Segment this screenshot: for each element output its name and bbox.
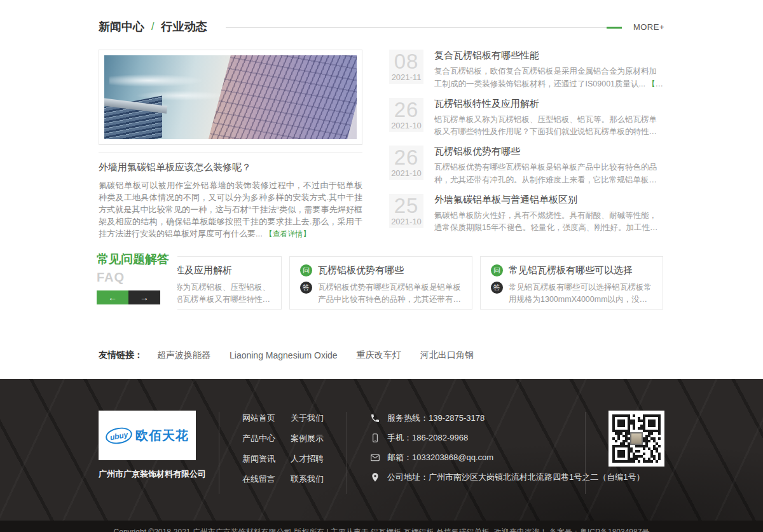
- news-excerpt-text: 铝瓦楞单板又称为瓦楞铝板、压型铝板、铝瓦等。那么铝瓦楞单板又有哪些特性及作用呢？…: [434, 115, 657, 139]
- faq-arrows: ← →: [97, 290, 177, 304]
- news-item[interactable]: 26 2021-10 瓦楞铝板特性及应用解析 铝瓦楞单板又称为瓦楞铝板、压型铝板…: [389, 98, 664, 139]
- logo-oval-text: ubuy: [109, 430, 129, 442]
- location-icon: [370, 472, 380, 482]
- header-divider-line: [226, 27, 621, 28]
- footer-nav-products[interactable]: 产品中心: [242, 433, 275, 444]
- footer-nav-news[interactable]: 新闻资讯: [242, 453, 275, 465]
- faq-answer: 瓦楞铝板优势有哪些瓦楞铝单板是铝单板产品中比较有特色的品种，尤其还带有冲孔的。从…: [318, 282, 462, 306]
- glass-tower-art: [207, 55, 357, 139]
- news-main-row: 外墙用氟碳铝单板应该怎么装修呢？ 氟碳铝单板可以被用作室外铝幕墙的装饰装修过程中…: [99, 50, 664, 242]
- footer-divider: [347, 412, 347, 494]
- footer-nav-col2: 关于我们 案例展示 人才招聘 联系我们: [291, 413, 324, 494]
- more-link[interactable]: MORE+: [633, 22, 664, 32]
- green-dash: [607, 27, 622, 29]
- next-arrow-button[interactable]: →: [128, 290, 160, 304]
- news-title[interactable]: 外墙氟碳铝单板与普通铝单板区别: [434, 194, 664, 205]
- page: 新闻中心 / 行业动态 MORE+ 外墙用氟碳铝单板应该怎么: [0, 0, 763, 532]
- friend-link[interactable]: 超声波换能器: [157, 350, 210, 361]
- faq-question: 瓦楞铝板优势有哪些: [318, 264, 404, 276]
- news-day: 26: [389, 146, 423, 169]
- news-day: 26: [389, 98, 423, 121]
- faq-answer: 常见铝瓦楞板有哪些可以选择铝瓦楞板常用规格为1300mmX4000mm以内，没有…: [509, 282, 652, 306]
- article-excerpt: 氟碳铝单板可以被用作室外铝幕墙的装饰装修过程中，不过由于铝单板种类及工地具体情况…: [99, 179, 362, 240]
- footer-logo-block: ubuy 欧佰天花 广州市广京装饰材料有限公司: [99, 411, 196, 480]
- news-date: 25 2021-10: [389, 194, 423, 228]
- copyright-bar: Copyright ©2018-2021 广州市广京装饰材料有限公司 版权所有 …: [0, 521, 763, 532]
- contact-mobile: 手机：186-2082-9968: [370, 432, 562, 444]
- footer-nav-col1: 网站首页 产品中心 新闻资讯 在线留言: [242, 413, 275, 494]
- news-item[interactable]: 25 2021-10 外墙氟碳铝单板与普通铝单板区别 氟碳铝单板防火性好，具有不…: [389, 194, 664, 235]
- news-excerpt: 氟碳铝单板防火性好，具有不燃烧性。具有耐酸、耐碱等性能，通常保质期限15年不褪色…: [434, 210, 664, 235]
- contact-address-text: 公司地址：广州市南沙区大岗镇北流村北流路四巷1号之二（自编1号）: [387, 472, 644, 483]
- question-icon: 问: [300, 264, 312, 276]
- faq-card[interactable]: 问瓦楞铝板优势有哪些 答瓦楞铝板优势有哪些瓦楞铝单板是铝单板产品中比较有特色的品…: [289, 256, 472, 310]
- article-title[interactable]: 外墙用氟碳铝单板应该怎么装修呢？: [99, 161, 362, 174]
- news-excerpt: 瓦楞铝板优势有哪些瓦楞铝单板是铝单板产品中比较有特色的品种，尤其还带有冲孔的。从…: [434, 161, 664, 187]
- phone-icon: [370, 413, 380, 423]
- footer-divider: [585, 412, 586, 494]
- company-name: 广州市广京装饰材料有限公司: [99, 468, 196, 480]
- featured-article: 外墙用氟碳铝单板应该怎么装修呢？ 氟碳铝单板可以被用作室外铝幕墙的装饰装修过程中…: [99, 50, 362, 242]
- news-excerpt-text: 氟碳铝单板防火性好，具有不燃烧性。具有耐酸、耐碱等性能，通常保质期限15年不褪色…: [434, 211, 664, 233]
- question-icon: 问: [491, 264, 503, 276]
- prev-arrow-button[interactable]: ←: [97, 290, 128, 304]
- footer-nav-contact[interactable]: 联系我们: [291, 474, 324, 485]
- news-item[interactable]: 26 2021-10 瓦楞铝板优势有哪些 瓦楞铝板优势有哪些瓦楞铝单板是铝单板产…: [389, 146, 664, 187]
- news-yearmonth: 2021-11: [389, 73, 423, 82]
- news-date: 08 2021-11: [389, 50, 423, 84]
- news-yearmonth: 2021-10: [389, 217, 423, 226]
- logo-brand-text: 欧佰天花: [135, 427, 189, 444]
- faq-card[interactable]: 问常见铝瓦楞板有哪些可以选择 答常见铝瓦楞板有哪些可以选择铝瓦楞板常用规格为13…: [480, 256, 663, 310]
- footer-nav-message[interactable]: 在线留言: [242, 474, 275, 485]
- news-body: 瓦楞铝板特性及应用解析 铝瓦楞单板又称为瓦楞铝板、压型铝板、铝瓦等。那么铝瓦楞单…: [434, 98, 664, 139]
- footer-divider: [219, 412, 219, 494]
- faq-cards: 问瓦楞铝板特性及应用解析 答铝瓦楞单板又称为瓦楞铝板、压型铝板、铝瓦等。那么铝瓦…: [99, 252, 664, 310]
- company-logo: ubuy 欧佰天花: [99, 411, 196, 460]
- view-details-link[interactable]: 【查看详情】: [265, 229, 310, 238]
- contact-hotline: 服务热线：139-2875-3178: [370, 413, 562, 424]
- news-excerpt: 复合瓦楞铝板，欧佰复合瓦楞铝板是采用金属铝合金为原材料加工制成的一类装修装饰铝板…: [434, 65, 664, 91]
- news-title[interactable]: 复合瓦楞铝板有哪些性能: [434, 50, 664, 61]
- contact-mobile-text: 手机：186-2082-9968: [387, 432, 468, 444]
- news-excerpt-text: 瓦楞铝板优势有哪些瓦楞铝单板是铝单板产品中比较有特色的品种，尤其还带有冲孔的。从…: [434, 163, 657, 187]
- friend-link[interactable]: Liaoning Magnesium Oxide: [230, 350, 338, 360]
- featured-image[interactable]: [99, 50, 362, 145]
- faq-question: 常见铝瓦楞板有哪些可以选择: [509, 264, 633, 276]
- friend-link[interactable]: 重庆改车灯: [357, 350, 401, 361]
- faq-header: 常见问题解答 FAQ ← →: [97, 252, 177, 316]
- footer-nav: 网站首页 产品中心 新闻资讯 在线留言 关于我们 案例展示 人才招聘 联系我们: [242, 411, 324, 494]
- news-item[interactable]: 08 2021-11 复合瓦楞铝板有哪些性能 复合瓦楞铝板，欧佰复合瓦楞铝板是采…: [389, 50, 664, 91]
- section-title: 新闻中心: [99, 19, 144, 34]
- friend-links-label: 友情链接：: [99, 350, 143, 361]
- contact-email-text: 邮箱：1033203868@qq.com: [387, 452, 493, 463]
- news-body: 复合瓦楞铝板有哪些性能 复合瓦楞铝板，欧佰复合瓦楞铝板是采用金属铝合金为原材料加…: [434, 50, 664, 91]
- copyright-line1: Copyright ©2018-2021 广州市广京装饰材料有限公司 版权所有 …: [0, 526, 763, 532]
- news-day: 25: [389, 194, 423, 217]
- faq-section: 问瓦楞铝板特性及应用解析 答铝瓦楞单板又称为瓦楞铝板、压型铝板、铝瓦等。那么铝瓦…: [99, 252, 664, 314]
- article-divider: [99, 152, 362, 153]
- answer-icon: 答: [300, 282, 312, 294]
- footer-nav-home[interactable]: 网站首页: [242, 413, 275, 424]
- footer-nav-cases[interactable]: 案例展示: [291, 433, 324, 444]
- footer-nav-jobs[interactable]: 人才招聘: [291, 453, 324, 465]
- news-body: 瓦楞铝板优势有哪些 瓦楞铝板优势有哪些瓦楞铝单板是铝单板产品中比较有特色的品种，…: [434, 146, 664, 187]
- news-title[interactable]: 瓦楞铝板优势有哪些: [434, 146, 664, 157]
- faq-subtitle: FAQ: [97, 270, 177, 285]
- section-subtitle: 行业动态: [161, 19, 207, 34]
- news-list: 08 2021-11 复合瓦楞铝板有哪些性能 复合瓦楞铝板，欧佰复合瓦楞铝板是采…: [389, 50, 664, 242]
- footer-nav-about[interactable]: 关于我们: [291, 413, 324, 424]
- news-title[interactable]: 瓦楞铝板特性及应用解析: [434, 98, 664, 109]
- news-excerpt: 铝瓦楞单板又称为瓦楞铝板、压型铝板、铝瓦等。那么铝瓦楞单板又有哪些特性及作用呢？…: [434, 114, 664, 139]
- footer-contact: 服务热线：139-2875-3178 手机：186-2082-9968 邮箱：1…: [370, 411, 562, 491]
- news-yearmonth: 2021-10: [389, 169, 423, 178]
- friend-link[interactable]: 河北出口角钢: [420, 350, 474, 361]
- news-body: 外墙氟碳铝单板与普通铝单板区别 氟碳铝单板防火性好，具有不燃烧性。具有耐酸、耐碱…: [434, 194, 664, 235]
- mobile-icon: [370, 433, 380, 443]
- building-photo: [104, 55, 357, 139]
- contact-hotline-text: 服务热线：139-2875-3178: [387, 413, 485, 424]
- news-date: 26 2021-10: [389, 98, 423, 132]
- news-excerpt-text: 复合瓦楞铝板，欧佰复合瓦楞铝板是采用金属铝合金为原材料加工制成的一类装修装饰铝板…: [434, 67, 657, 88]
- contact-email: 邮箱：1033203868@qq.com: [370, 452, 562, 463]
- news-section-header: 新闻中心 / 行业动态 MORE+: [99, 0, 664, 34]
- news-day: 08: [389, 50, 423, 73]
